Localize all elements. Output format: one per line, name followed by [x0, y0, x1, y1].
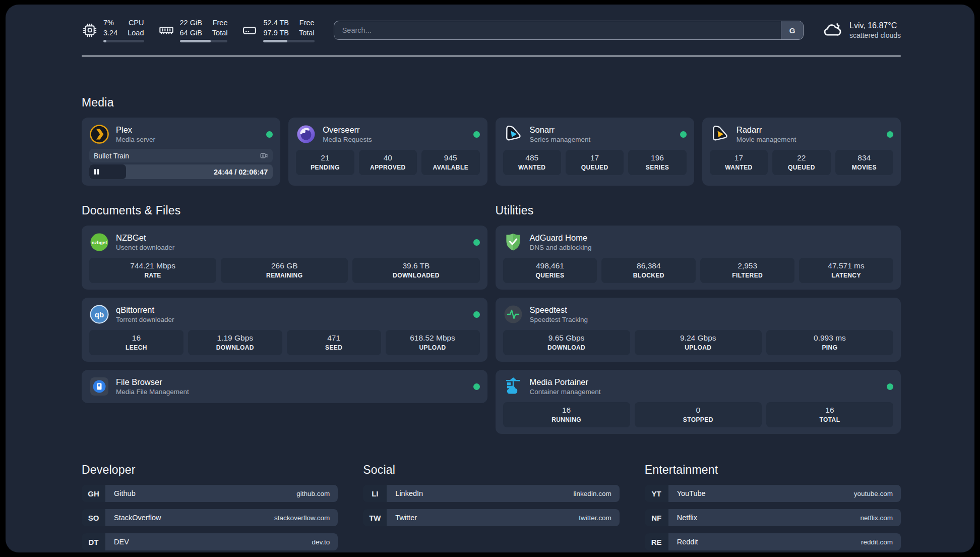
stat-tile-movies: 834 MOVIES — [835, 150, 893, 175]
service-card-sonarr[interactable]: Sonarr Series management 485 WANTED 17 Q… — [496, 118, 694, 186]
search-bar[interactable]: G — [334, 21, 804, 40]
stat-tile-filtered: 2,953 FILTERED — [700, 258, 794, 283]
bookmark-reddit[interactable]: RE Reddit reddit.com — [645, 533, 901, 550]
service-name: Sonarr — [530, 125, 591, 135]
bookmark-list: LI LinkedIn linkedin.com TW Twitter twit… — [363, 485, 619, 526]
bookmark-linkedin[interactable]: LI LinkedIn linkedin.com — [363, 485, 619, 502]
portainer-icon[interactable] — [503, 376, 523, 397]
service-name: AdGuard Home — [530, 233, 592, 243]
tile-value: 86,384 — [603, 261, 694, 270]
tile-label: SEED — [289, 344, 379, 351]
service-name: File Browser — [116, 377, 189, 387]
stat-progress-bar — [103, 40, 144, 42]
plex-icon[interactable] — [89, 124, 109, 144]
search-input[interactable] — [334, 26, 781, 34]
tile-value: 498,461 — [505, 261, 595, 270]
bookmark-twitter[interactable]: TW Twitter twitter.com — [363, 509, 619, 526]
header-divider — [82, 55, 901, 57]
playback-progress-bar[interactable]: 24:44 / 02:06:47 — [89, 164, 273, 179]
stat-progress-bar — [180, 40, 228, 42]
tile-label: DOWNLOAD — [190, 344, 280, 351]
top-bar: 7%3.24 CPULoad 22 GiB64 GiB FreeTotal — [82, 18, 901, 42]
service-name: Speedtest — [530, 305, 588, 315]
service-name: qBittorrent — [116, 305, 174, 315]
stat-labels: CPULoad — [128, 18, 144, 38]
video-camera-icon[interactable] — [260, 151, 268, 160]
bookmark-url: stackoverflow.com — [274, 514, 330, 522]
tile-value: 16 — [505, 406, 628, 415]
speedtest-icon[interactable] — [503, 304, 523, 324]
service-card-adguard[interactable]: AdGuard Home DNS and adblocking 498,461 … — [496, 226, 901, 290]
bookmark-name: YouTube — [677, 489, 706, 497]
bookmark-netflix[interactable]: NF Netflix netflix.com — [645, 509, 901, 526]
stat-tile-upload: 618.52 Mbps UPLOAD — [386, 330, 480, 355]
stat-tile-total: 16 TOTAL — [766, 402, 893, 427]
service-card-overseerr[interactable]: Overseerr Media Requests 21 PENDING 40 A… — [288, 118, 487, 186]
weather-widget: Lviv, 16.87°C scattered clouds — [823, 20, 901, 40]
documents-cards: nzbget NZBGet Usenet downloader 744.21 M… — [82, 226, 487, 403]
bookmark-list: GH Github github.com SO StackOverflow st… — [82, 485, 338, 550]
tile-value: 47.571 ms — [801, 261, 891, 270]
section-title-documents: Documents & Files — [82, 204, 487, 217]
section-title-utilities: Utilities — [496, 204, 901, 217]
service-card-portainer[interactable]: Media Portainer Container management 16 … — [496, 370, 901, 434]
service-card-speedtest[interactable]: Speedtest Speedtest Tracking 9.65 Gbps D… — [496, 298, 901, 362]
bookmark-dev[interactable]: DT DEV dev.to — [82, 533, 338, 550]
radarr-icon[interactable] — [710, 124, 730, 144]
tile-label: PING — [768, 344, 891, 351]
system-stats: 7%3.24 CPULoad 22 GiB64 GiB FreeTotal — [82, 18, 315, 42]
bookmarks-grid: Developer GH Github github.com SO StackO… — [82, 463, 901, 550]
now-playing-row: Bullet Train — [89, 149, 273, 162]
service-card-header: nzbget NZBGet Usenet downloader — [89, 232, 480, 252]
filebrowser-icon[interactable] — [89, 376, 109, 397]
dashboard-window: 7%3.24 CPULoad 22 GiB64 GiB FreeTotal — [6, 5, 974, 552]
bookmark-badge: TW — [363, 509, 387, 526]
stat-tile-leech: 16 LEECH — [89, 330, 183, 355]
bookmark-url: netflix.com — [860, 514, 893, 522]
utilities-cards: AdGuard Home DNS and adblocking 498,461 … — [496, 226, 901, 434]
service-name: NZBGet — [116, 233, 174, 243]
service-description: Usenet downloader — [116, 244, 174, 251]
bookmark-youtube[interactable]: YT YouTube youtube.com — [645, 485, 901, 502]
nzbget-icon[interactable]: nzbget — [89, 232, 109, 252]
service-description: Movie management — [737, 136, 797, 143]
status-online-dot — [473, 311, 480, 318]
stat-tile-queries: 498,461 QUERIES — [503, 258, 597, 283]
stat-tile-pending: 21 PENDING — [296, 150, 354, 175]
bookmark-group-entertainment: Entertainment YT YouTube youtube.com NF … — [645, 463, 901, 550]
bookmark-badge: NF — [645, 509, 668, 526]
search-engine-button[interactable]: G — [781, 21, 803, 39]
section-title-social: Social — [363, 463, 619, 477]
svg-text:qb: qb — [95, 310, 104, 319]
bookmark-name: StackOverflow — [114, 514, 161, 522]
service-name: Radarr — [737, 125, 797, 135]
stat-tile-download: 9.65 Gbps DOWNLOAD — [503, 330, 630, 355]
bookmark-github[interactable]: GH Github github.com — [82, 485, 338, 502]
service-card-plex[interactable]: Plex Media server Bullet Train 24:44 / 0… — [82, 118, 280, 186]
adguard-icon[interactable] — [503, 232, 523, 252]
bookmark-name: Netflix — [677, 514, 697, 522]
bookmark-stackoverflow[interactable]: SO StackOverflow stackoverflow.com — [82, 509, 338, 526]
service-card-header: Overseerr Media Requests — [296, 124, 479, 144]
sonarr-icon[interactable] — [503, 124, 523, 144]
bookmark-url: youtube.com — [854, 490, 893, 497]
stat-tile-wanted: 485 WANTED — [503, 150, 561, 175]
tile-value: 17 — [712, 153, 766, 162]
overseerr-icon[interactable] — [296, 124, 316, 144]
bookmark-group-developer: Developer GH Github github.com SO StackO… — [82, 463, 338, 550]
cloud-icon — [823, 20, 843, 40]
bookmark-name: Reddit — [677, 538, 698, 546]
service-card-radarr[interactable]: Radarr Movie management 17 WANTED 22 QUE… — [702, 118, 901, 186]
system-stat-disk: 52.4 TB97.9 TB FreeTotal — [241, 18, 314, 42]
pause-icon[interactable] — [94, 169, 99, 175]
section-utilities: Utilities AdGuard Home DNS and adblockin… — [496, 204, 901, 434]
now-playing-title: Bullet Train — [94, 152, 260, 160]
service-card-qbittorrent[interactable]: qb qBittorrent Torrent downloader 16 LEE… — [82, 298, 487, 362]
tile-value: 17 — [568, 153, 622, 162]
tile-value: 0.993 ms — [768, 333, 891, 343]
service-card-nzbget[interactable]: nzbget NZBGet Usenet downloader 744.21 M… — [82, 226, 487, 290]
bookmark-url: twitter.com — [579, 514, 611, 522]
service-card-filebrowser[interactable]: File Browser Media File Management — [82, 370, 487, 403]
qbittorrent-icon[interactable]: qb — [89, 304, 109, 324]
bookmark-url: github.com — [296, 490, 330, 497]
